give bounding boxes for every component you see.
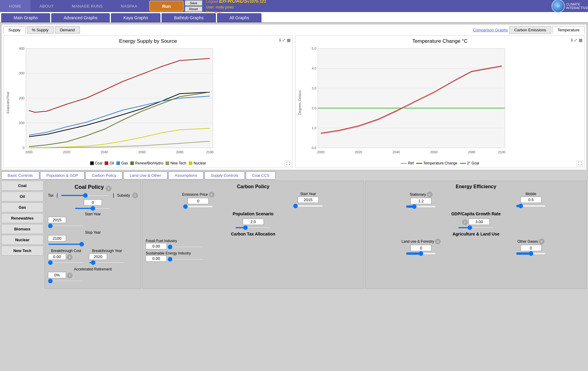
land-forestry-info-btn[interactable]: i — [435, 239, 441, 244]
reset-button[interactable]: Reset — [185, 6, 203, 12]
chart2-legend: Ref Temperature Change 2° Goal — [298, 161, 582, 165]
population-scenario-slider[interactable] — [235, 227, 271, 228]
mobile-slider[interactable] — [516, 203, 546, 209]
renewables-sidebar-btn[interactable]: Renewables — [1, 213, 43, 223]
nuclear-sidebar-btn[interactable]: Nuclear — [1, 235, 43, 245]
sustainable-energy-field[interactable]: 0.00 — [146, 255, 167, 262]
comparison-graphs-link[interactable]: Comparison Graphs — [473, 28, 508, 32]
coal-policy-info-btn[interactable]: i — [106, 186, 111, 191]
tab-bathtub-graphs[interactable]: Bathtub Graphs — [162, 13, 216, 22]
about-button[interactable]: ABOUT — [30, 0, 63, 12]
carbon-start-year-label: Start Year — [300, 192, 316, 196]
carbon-start-year-field[interactable]: 2015 — [298, 197, 319, 203]
gas-sidebar-btn[interactable]: Gas — [1, 202, 43, 212]
user-info: Logout En-ROADSv107b.121 User: molly jon… — [206, 0, 266, 15]
chart1-grid-btn[interactable]: ▦ — [287, 38, 291, 42]
subtab-temperature[interactable]: Temperature — [552, 26, 585, 34]
app-title: En-ROADSv107b.121 — [219, 0, 266, 4]
subsidy-label: Subsidy — [117, 193, 130, 198]
ctrl-tab-coal-ccs[interactable]: Coal CCS — [246, 171, 276, 179]
chart1-info-btn[interactable]: ℹ — [279, 38, 281, 42]
tab-advanced-graphs[interactable]: Advanced Graphs — [51, 13, 110, 22]
land-forestry-slider[interactable] — [406, 251, 436, 256]
start-year-label: Start Year — [48, 212, 138, 216]
stationary-field[interactable]: 1.2 — [410, 198, 432, 204]
chart1-expand-btn[interactable]: ⤢ — [282, 38, 286, 42]
sustainable-energy-slider[interactable] — [168, 259, 204, 260]
svg-text:2060: 2060 — [138, 150, 146, 154]
naspaa-button[interactable]: NASPAA — [112, 0, 147, 12]
carbon-tax-title: Carbon Tax Allocation — [146, 232, 361, 236]
chart1-fullscreen-btn[interactable]: ⛶ — [285, 161, 291, 167]
subtab-carbon-emissions[interactable]: Carbon Emissions — [509, 26, 552, 34]
save-button[interactable]: Save — [185, 0, 203, 6]
other-gases-info-btn[interactable]: i — [539, 239, 544, 244]
start-year-slider[interactable] — [48, 225, 84, 226]
breakthrough-cost-section: Breakthrough Cost 0.00 i — [48, 249, 84, 264]
subtab-supply[interactable]: Supply — [3, 26, 26, 34]
ctrl-tab-supply[interactable]: Supply Controls — [204, 171, 245, 179]
subtab-pct-supply[interactable]: % Supply — [27, 26, 54, 34]
accelerated-retirement-info-btn[interactable]: i — [67, 273, 72, 278]
chart2-fullscreen-btn[interactable]: ⛶ — [577, 161, 583, 167]
accelerated-retirement-field[interactable]: 0% — [48, 272, 66, 278]
chart2-grid-btn[interactable]: ▦ — [579, 38, 583, 42]
breakthrough-cost-field[interactable]: 0.00 — [48, 254, 66, 260]
stop-year-slider[interactable] — [48, 244, 84, 245]
logout-link[interactable]: Logout — [206, 0, 218, 4]
carbon-start-year-col: Start Year 2015 — [256, 192, 361, 209]
land-forestry-label: Land use & Forestry i — [402, 239, 441, 244]
ctrl-tab-land-use[interactable]: Land Use & Other — [123, 171, 167, 179]
other-gases-slider[interactable] — [516, 251, 546, 256]
ctrl-tab-assumptions[interactable]: Assumptions — [168, 171, 203, 179]
tab-main-graphs[interactable]: Main Graphs — [1, 13, 50, 22]
breakthrough-cost-info-btn[interactable]: i — [67, 254, 72, 260]
breakthrough-year-slider[interactable] — [89, 262, 125, 263]
tab-all-graphs[interactable]: All Graphs — [217, 13, 261, 22]
coal-sidebar-btn[interactable]: Coal — [1, 181, 43, 191]
other-gases-field[interactable]: 0 — [520, 245, 542, 251]
land-forestry-field[interactable]: 0 — [410, 245, 432, 251]
svg-text:2.0: 2.0 — [312, 106, 316, 110]
stationary-slider[interactable] — [406, 204, 436, 209]
population-scenario-field[interactable]: 2.0 — [243, 219, 264, 225]
mobile-field[interactable]: 0.5 — [520, 197, 542, 203]
subtab-demand[interactable]: Demand — [55, 26, 80, 34]
logo-circle: CI — [552, 0, 565, 13]
svg-text:2100: 2100 — [498, 150, 505, 154]
newtech-sidebar-btn[interactable]: New Tech — [1, 246, 43, 256]
chart2-expand-btn[interactable]: ⤢ — [574, 38, 577, 42]
stationary-info-btn[interactable]: i — [427, 192, 432, 197]
chart2-info-btn[interactable]: ℹ — [571, 38, 573, 42]
ctrl-tab-basic[interactable]: Basic Controls — [1, 171, 39, 179]
fossil-fuel-field[interactable]: 0.00 — [146, 243, 167, 249]
accelerated-retirement-slider[interactable] — [48, 280, 84, 282]
subsidy-slider[interactable] — [61, 195, 110, 196]
gdp-field[interactable]: 3.00 — [469, 219, 490, 225]
svg-text:2100: 2100 — [206, 150, 213, 154]
energy-efficiency-panel: Energy Efficiency Stationary i 1.2 Mobil… — [365, 181, 587, 289]
subsidy-info-btn[interactable]: i — [132, 193, 138, 198]
breakthrough-cost-slider[interactable] — [48, 262, 84, 263]
run-button[interactable]: Run — [149, 1, 183, 11]
emissions-price-slider[interactable] — [183, 204, 213, 209]
fossil-fuel-slider[interactable] — [168, 246, 204, 248]
emissions-price-info-btn[interactable]: i — [209, 192, 214, 197]
start-year-field[interactable]: 2015 — [48, 217, 66, 223]
subsidy-main-slider[interactable] — [75, 208, 111, 209]
gdp-info-btn[interactable]: i — [462, 220, 468, 225]
subsidy-value-field[interactable]: 0 — [84, 199, 102, 206]
gdp-slider[interactable] — [458, 227, 494, 228]
manage-runs-button[interactable]: MANAGE RUNS — [63, 0, 112, 12]
ctrl-tab-population[interactable]: Population & GDP — [40, 171, 85, 179]
emissions-price-field[interactable]: 0 — [188, 198, 209, 204]
ctrl-tab-carbon-policy[interactable]: Carbon Policy — [85, 171, 122, 179]
breakthrough-year-field[interactable]: 2020 — [89, 254, 107, 260]
home-button[interactable]: HOME — [0, 0, 30, 12]
tab-kaya-graphs[interactable]: Kaya Graphs — [111, 13, 160, 22]
biomass-sidebar-btn[interactable]: Biomass — [1, 224, 43, 234]
carbon-start-year-slider[interactable] — [293, 203, 323, 209]
stop-year-field[interactable]: 2100 — [48, 235, 66, 242]
oil-sidebar-btn[interactable]: Oil — [1, 192, 43, 201]
top-navigation: HOME ABOUT MANAGE RUNS NASPAA Run Save R… — [0, 0, 588, 12]
